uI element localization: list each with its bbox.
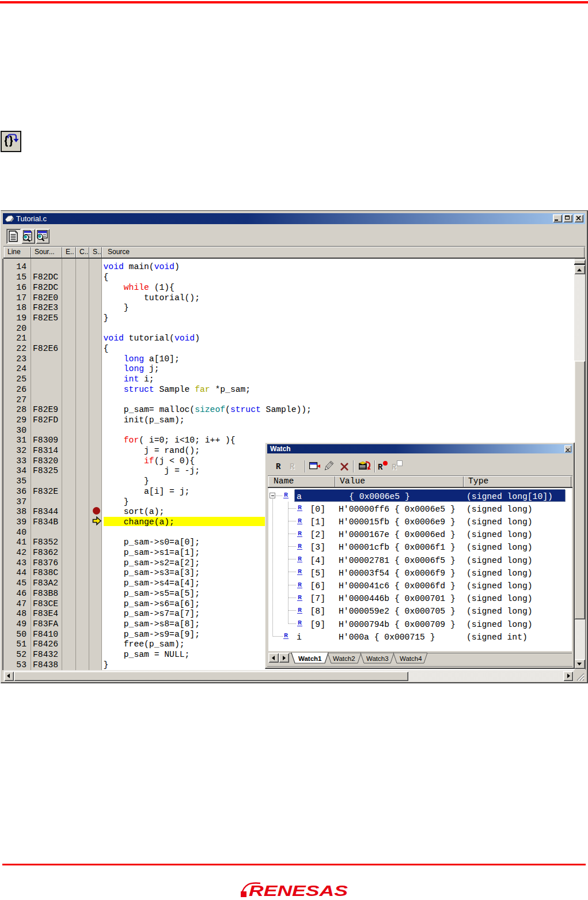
- svg-text:Watch4: Watch4: [400, 655, 422, 662]
- svg-text:Watch2: Watch2: [333, 655, 355, 662]
- svg-text:RENESAS: RENESAS: [249, 882, 348, 899]
- svg-text:Watch3: Watch3: [366, 655, 389, 662]
- svg-text:Watch1: Watch1: [298, 655, 322, 662]
